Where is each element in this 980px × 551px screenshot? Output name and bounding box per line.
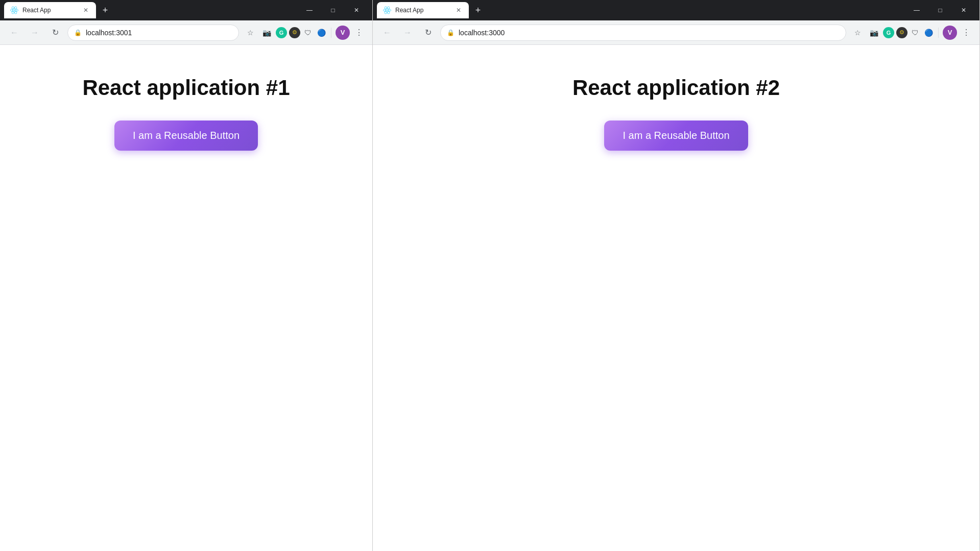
back-icon-2: ←	[383, 28, 391, 37]
page-content-2: React application #2 I am a Reusable But…	[373, 45, 979, 551]
page-heading-1: React application #1	[82, 76, 290, 100]
title-bar-2: React App ✕ + — □ ✕	[373, 0, 979, 20]
svg-point-7	[387, 10, 388, 11]
shield-icon-1[interactable]: 🛡	[302, 27, 314, 38]
nav-right-icons-2: ☆ 📷 G ⚙ 🛡 🔵 V ⋮	[850, 26, 973, 40]
reload-icon-1: ↻	[52, 28, 59, 37]
star-btn-1[interactable]: ☆	[243, 26, 257, 40]
react-favicon-2	[383, 6, 391, 14]
close-btn-2[interactable]: ✕	[952, 0, 975, 20]
privacy-icon-2[interactable]: 🔵	[923, 27, 934, 38]
star-btn-2[interactable]: ☆	[850, 26, 865, 40]
page-content-1: React application #1 I am a Reusable But…	[0, 45, 372, 551]
back-btn-1[interactable]: ←	[6, 25, 22, 41]
grammarly-icon-1[interactable]: G	[276, 27, 287, 38]
tampermonkey-icon-2[interactable]: ⚙	[896, 27, 907, 38]
reusable-button-2[interactable]: I am a Reusable Button	[604, 121, 748, 151]
tab-close-2[interactable]: ✕	[455, 6, 463, 14]
back-icon-1: ←	[10, 28, 18, 37]
maximize-btn-1[interactable]: □	[321, 0, 345, 20]
url-2: localhost:3000	[459, 29, 840, 37]
reload-btn-1[interactable]: ↻	[47, 25, 63, 41]
star-icon-2: ☆	[854, 29, 861, 37]
lock-icon-2: 🔒	[447, 29, 455, 36]
svg-point-3	[14, 10, 15, 11]
title-bar-1: React App ✕ + — □ ✕	[0, 0, 372, 20]
tab-2[interactable]: React App ✕	[377, 2, 469, 18]
page-heading-2: React application #2	[572, 76, 780, 100]
close-btn-1[interactable]: ✕	[345, 0, 368, 20]
tab-1[interactable]: React App ✕	[4, 2, 96, 18]
lock-icon-1: 🔒	[74, 29, 82, 36]
new-tab-btn-1[interactable]: +	[98, 3, 112, 17]
reusable-button-1[interactable]: I am a Reusable Button	[114, 121, 258, 151]
nav-right-icons-1: ☆ 📷 G ⚙ 🛡 🔵 V ⋮	[243, 26, 366, 40]
window-buttons-1: — □ ✕	[298, 0, 368, 20]
new-tab-btn-2[interactable]: +	[471, 3, 485, 17]
tampermonkey-icon-1[interactable]: ⚙	[289, 27, 300, 38]
back-btn-2[interactable]: ←	[379, 25, 395, 41]
reload-btn-2[interactable]: ↻	[420, 25, 436, 41]
screenshot-btn-1[interactable]: 📷	[259, 26, 274, 40]
url-1: localhost:3001	[86, 29, 232, 37]
reload-icon-2: ↻	[425, 28, 432, 37]
tab-area-1: React App ✕ +	[4, 0, 296, 20]
forward-btn-2[interactable]: →	[399, 25, 416, 41]
forward-btn-1[interactable]: →	[27, 25, 43, 41]
tab-title-1: React App	[22, 7, 78, 14]
more-btn-2[interactable]: ⋮	[959, 26, 973, 40]
forward-icon-2: →	[403, 28, 412, 37]
more-btn-1[interactable]: ⋮	[352, 26, 366, 40]
profile-icon-2[interactable]: V	[943, 26, 957, 40]
window-buttons-2: — □ ✕	[905, 0, 975, 20]
nav-bar-1: ← → ↻ 🔒 localhost:3001 ☆ 📷 G ⚙ 🛡 🔵 V ⋮	[0, 20, 372, 45]
privacy-icon-1[interactable]: 🔵	[316, 27, 327, 38]
tab-title-2: React App	[395, 7, 450, 14]
maximize-btn-2[interactable]: □	[928, 0, 952, 20]
tab-close-1[interactable]: ✕	[82, 6, 90, 14]
grammarly-icon-2[interactable]: G	[883, 27, 894, 38]
forward-icon-1: →	[31, 28, 39, 37]
screenshot-btn-2[interactable]: 📷	[867, 26, 881, 40]
shield-icon-2[interactable]: 🛡	[910, 27, 921, 38]
profile-icon-1[interactable]: V	[336, 26, 350, 40]
separator-1	[331, 28, 331, 38]
minimize-btn-1[interactable]: —	[298, 0, 321, 20]
browser-window-2: React App ✕ + — □ ✕ ← → ↻ 🔒 localhost:30…	[373, 0, 980, 551]
address-bar-1[interactable]: 🔒 localhost:3001	[67, 25, 239, 41]
minimize-btn-2[interactable]: —	[905, 0, 928, 20]
browser-window-1: React App ✕ + — □ ✕ ← → ↻ 🔒 localhost:30…	[0, 0, 373, 551]
separator-2	[938, 28, 939, 38]
address-bar-2[interactable]: 🔒 localhost:3000	[440, 25, 846, 41]
nav-bar-2: ← → ↻ 🔒 localhost:3000 ☆ 📷 G ⚙ 🛡 🔵 V ⋮	[373, 20, 979, 45]
react-favicon-1	[10, 6, 18, 14]
star-icon-1: ☆	[247, 29, 254, 37]
tab-area-2: React App ✕ +	[377, 0, 903, 20]
